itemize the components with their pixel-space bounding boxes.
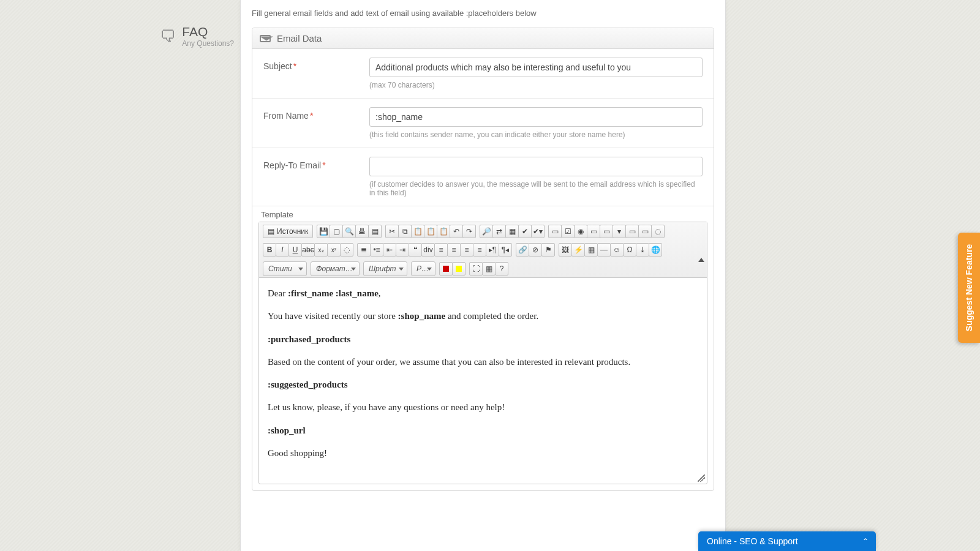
- hidden-icon[interactable]: ◌: [651, 225, 665, 238]
- faq-sub: Any Questions?: [182, 39, 234, 48]
- suggest-feature-tab[interactable]: Suggest New Feature: [958, 233, 980, 343]
- textcolor-button[interactable]: [439, 262, 453, 276]
- iframe-button[interactable]: 🌐: [649, 243, 662, 257]
- body-text: Based on the content of your order, we a…: [268, 355, 698, 369]
- button-icon[interactable]: ▭: [625, 225, 639, 238]
- chat-widget[interactable]: Online - SEO & Support ⌃: [698, 531, 876, 551]
- body-text: ,: [379, 288, 381, 298]
- align-center-button[interactable]: ≡: [447, 243, 461, 257]
- link-button[interactable]: 🔗: [516, 243, 529, 257]
- save-icon[interactable]: 💾: [317, 225, 330, 238]
- redo-icon[interactable]: ↷: [462, 225, 476, 238]
- unlink-button[interactable]: ⊘: [529, 243, 542, 257]
- textarea-icon[interactable]: ▭: [600, 225, 613, 238]
- select-icon[interactable]: ▾: [612, 225, 626, 238]
- checkbox-icon[interactable]: ☑: [561, 225, 575, 238]
- format-select[interactable]: Формат…: [311, 261, 360, 276]
- rtl-button[interactable]: ¶◂: [499, 243, 512, 257]
- body-text: You have visited recently our store: [268, 311, 398, 321]
- ltr-button[interactable]: ▸¶: [486, 243, 499, 257]
- styles-select[interactable]: Стили: [263, 261, 307, 276]
- bullist-button[interactable]: •≡: [370, 243, 383, 257]
- selectall-icon[interactable]: ▦: [505, 225, 519, 238]
- indent-button[interactable]: ⇥: [396, 243, 409, 257]
- chevron-up-icon: ⌃: [862, 537, 869, 545]
- page-icon: ▤: [268, 227, 274, 236]
- main-column: Fill general email fields and add text o…: [240, 0, 726, 551]
- newpage-icon[interactable]: ▢: [330, 225, 343, 238]
- pagebreak-button[interactable]: ⤓: [636, 243, 649, 257]
- hint-subject: (max 70 characters): [369, 81, 703, 89]
- panel-header: Email Data: [252, 28, 714, 49]
- paste-text-icon[interactable]: 📋: [424, 225, 437, 238]
- maximize-button[interactable]: ⛶: [469, 262, 483, 276]
- templates-icon[interactable]: ▤: [368, 225, 382, 238]
- align-right-button[interactable]: ≡: [460, 243, 473, 257]
- outdent-button[interactable]: ⇤: [383, 243, 396, 257]
- collapse-toolbar-icon[interactable]: [698, 258, 704, 262]
- preview-icon[interactable]: 🔍: [342, 225, 356, 238]
- row-from-name: From Name* (this field contains sender n…: [252, 99, 714, 148]
- paste-word-icon[interactable]: 📋: [437, 225, 450, 238]
- subscript-button[interactable]: x₂: [314, 243, 328, 257]
- align-left-button[interactable]: ≡: [434, 243, 448, 257]
- radio-icon[interactable]: ◉: [574, 225, 587, 238]
- superscript-button[interactable]: x²: [327, 243, 341, 257]
- textfield-icon[interactable]: ▭: [587, 225, 600, 238]
- resize-grip-icon[interactable]: [698, 474, 705, 482]
- italic-button[interactable]: I: [276, 243, 289, 257]
- bgcolor-button[interactable]: [452, 262, 466, 276]
- font-select[interactable]: Шрифт: [363, 261, 407, 276]
- removeformat-button[interactable]: ◌: [340, 243, 353, 257]
- specialchar-button[interactable]: Ω: [623, 243, 636, 257]
- required-mark: *: [310, 111, 313, 121]
- table-button[interactable]: ▦: [584, 243, 598, 257]
- row-reply-to: Reply-To Email* (if customer decides to …: [252, 148, 714, 206]
- print-icon[interactable]: 🖶: [355, 225, 369, 238]
- suggest-label: Suggest New Feature: [964, 244, 974, 331]
- underline-button[interactable]: U: [288, 243, 302, 257]
- blockquote-button[interactable]: ❝: [409, 243, 422, 257]
- body-text: Good shopping!: [268, 446, 698, 460]
- smiley-button[interactable]: ☺: [610, 243, 624, 257]
- source-label: Источник: [277, 227, 308, 236]
- paste-icon[interactable]: 📋: [411, 225, 424, 238]
- anchor-button[interactable]: ⚑: [541, 243, 555, 257]
- placeholder-purchased: :purchased_products: [268, 334, 350, 344]
- find-icon[interactable]: 🔎: [480, 225, 493, 238]
- subject-input[interactable]: [369, 58, 703, 77]
- label-reply-to: Reply-To Email: [263, 160, 321, 170]
- form-icon[interactable]: ▭: [548, 225, 562, 238]
- cut-icon[interactable]: ✂: [385, 225, 399, 238]
- imagebutton-icon[interactable]: ▭: [638, 225, 652, 238]
- required-mark: *: [293, 61, 296, 71]
- align-justify-button[interactable]: ≡: [473, 243, 486, 257]
- editor-toolbar: ▤ Источник 💾 ▢ 🔍 🖶 ▤ ✂ ⧉ 📋: [259, 222, 707, 278]
- flash-button[interactable]: ⚡: [571, 243, 585, 257]
- placeholder-shop: :shop_name: [398, 311, 446, 321]
- about-button[interactable]: ?: [495, 262, 508, 276]
- spellcheck-icon[interactable]: ✔: [518, 225, 532, 238]
- numlist-button[interactable]: ≣: [357, 243, 371, 257]
- div-button[interactable]: div: [421, 243, 435, 257]
- faq-title: FAQ: [182, 24, 234, 39]
- scayt-icon[interactable]: ✔▾: [531, 225, 545, 238]
- copy-icon[interactable]: ⧉: [398, 225, 412, 238]
- strike-button[interactable]: abc: [301, 243, 315, 257]
- undo-icon[interactable]: ↶: [450, 225, 463, 238]
- label-template: Template: [252, 206, 714, 222]
- bold-button[interactable]: B: [263, 243, 276, 257]
- placeholder-shopurl: :shop_url: [268, 425, 306, 435]
- hr-button[interactable]: —: [597, 243, 611, 257]
- replace-icon[interactable]: ⇄: [492, 225, 506, 238]
- required-mark: *: [322, 160, 325, 170]
- reply-to-input[interactable]: [369, 157, 703, 176]
- editor-content[interactable]: Dear :first_name :last_name, You have vi…: [259, 278, 707, 484]
- size-select[interactable]: Р…: [411, 261, 435, 276]
- body-text: and completed the order.: [445, 311, 538, 321]
- faq-link[interactable]: 🗨 FAQ Any Questions?: [0, 24, 240, 48]
- showblocks-button[interactable]: ▦: [482, 262, 496, 276]
- source-button[interactable]: ▤ Источник: [263, 225, 313, 238]
- image-button[interactable]: 🖼: [559, 243, 572, 257]
- from-name-input[interactable]: [369, 107, 703, 127]
